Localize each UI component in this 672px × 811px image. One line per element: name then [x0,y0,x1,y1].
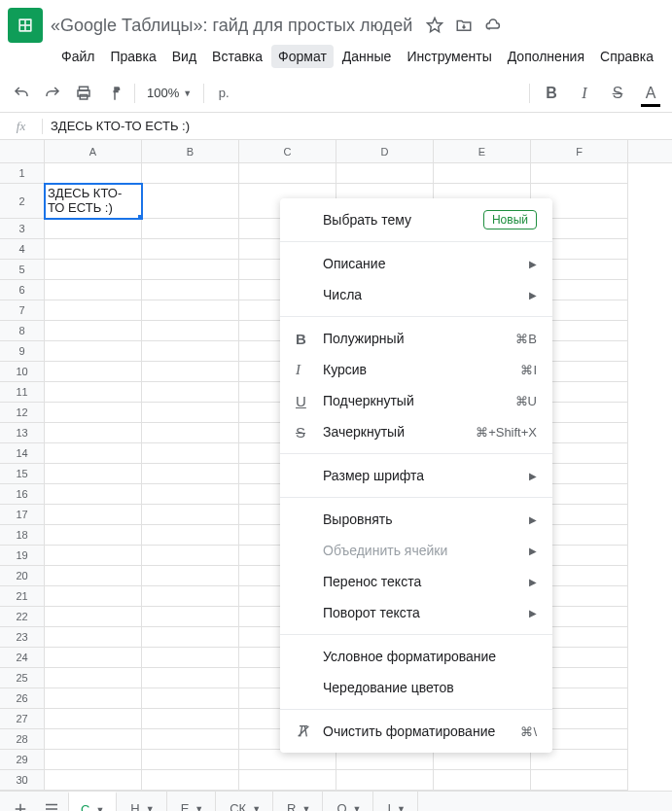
column-header[interactable]: F [531,140,628,162]
cell[interactable] [45,163,142,184]
row-header[interactable]: 21 [0,586,44,607]
cell[interactable] [142,770,239,791]
cell[interactable] [142,260,239,280]
cell[interactable] [434,750,531,770]
row-header[interactable]: 10 [0,362,44,382]
cell[interactable] [45,321,142,341]
paint-format-icon[interactable] [103,82,126,105]
cell[interactable] [45,566,142,586]
row-header[interactable]: 17 [0,505,44,525]
row-header[interactable]: 19 [0,546,44,566]
sheet-tab[interactable]: Е▼ [169,792,217,812]
menu-item-clear-format[interactable]: Очистить форматирование⌘\ [280,716,552,747]
row-header[interactable]: 2 [0,184,44,219]
row-header[interactable]: 24 [0,648,44,668]
row-header[interactable]: 16 [0,484,44,505]
redo-icon[interactable] [41,82,64,105]
menu-item-underline[interactable]: UПодчеркнутый⌘U [280,385,552,416]
menu-item-wrap[interactable]: Перенос текста▶ [280,566,552,597]
cell[interactable] [45,688,142,709]
row-header[interactable]: 9 [0,341,44,362]
menu-edit[interactable]: Правка [103,45,162,68]
cell[interactable]: ЗДЕСЬ КТО-ТО ЕСТЬ :) [45,184,142,219]
cell[interactable] [142,423,239,443]
row-header[interactable]: 7 [0,300,44,321]
column-header[interactable]: D [336,140,434,162]
cell[interactable] [336,750,434,770]
cell[interactable] [239,750,336,770]
italic-button[interactable]: I [573,82,596,105]
cell[interactable] [45,260,142,280]
row-header[interactable]: 15 [0,464,44,484]
row-header[interactable]: 14 [0,443,44,464]
cell[interactable] [142,607,239,627]
row-header[interactable]: 6 [0,280,44,300]
menu-item-align[interactable]: Выровнять▶ [280,504,552,535]
cell[interactable] [45,586,142,607]
menu-item-numbers[interactable]: Числа▶ [280,279,552,310]
cell[interactable] [142,586,239,607]
cell[interactable] [142,566,239,586]
cell[interactable] [531,770,628,791]
cell[interactable] [142,525,239,546]
cell[interactable] [142,239,239,260]
cell[interactable] [45,464,142,484]
cell[interactable] [142,184,239,219]
row-header[interactable]: 5 [0,260,44,280]
cell[interactable] [142,219,239,239]
row-header[interactable]: 27 [0,709,44,729]
menu-insert[interactable]: Вставка [205,45,269,68]
row-header[interactable]: 28 [0,729,44,750]
cell[interactable] [142,443,239,464]
cell[interactable] [142,750,239,770]
cell[interactable] [142,382,239,403]
column-header[interactable]: B [142,140,239,162]
cell[interactable] [142,300,239,321]
row-header[interactable]: 3 [0,219,44,239]
sheets-logo[interactable] [8,8,43,43]
text-color-button[interactable]: A [639,82,662,105]
row-header[interactable]: 12 [0,403,44,423]
undo-icon[interactable] [10,82,33,105]
row-header[interactable]: 8 [0,321,44,341]
move-folder-icon[interactable] [455,17,473,34]
formula-input[interactable]: ЗДЕСЬ КТО-ТО ЕСТЬ :) [43,119,672,133]
sheet-tab[interactable]: С▼ [68,792,117,812]
sheet-tab[interactable]: R▼ [275,792,323,812]
star-icon[interactable] [426,17,443,34]
all-sheets-button[interactable] [37,794,66,812]
column-header[interactable]: E [434,140,531,162]
menu-item-font-size[interactable]: Размер шрифта▶ [280,460,552,491]
cell[interactable] [142,505,239,525]
cell[interactable] [142,163,239,184]
select-all-corner[interactable] [0,140,45,162]
cell[interactable] [45,750,142,770]
menu-item-strike[interactable]: SЗачеркнутый⌘+Shift+X [280,416,552,447]
menu-item-theme[interactable]: Выбрать тему Новый [280,204,552,235]
menu-format[interactable]: Формат [271,45,334,68]
cell[interactable] [45,648,142,668]
row-header[interactable]: 1 [0,163,44,184]
cell[interactable] [142,464,239,484]
menu-tools[interactable]: Инструменты [400,45,498,68]
row-header[interactable]: 30 [0,770,44,791]
cell[interactable] [434,163,531,184]
add-sheet-button[interactable] [6,794,35,812]
menu-addons[interactable]: Дополнения [501,45,591,68]
menu-view[interactable]: Вид [165,45,203,68]
cell[interactable] [142,484,239,505]
sheet-tab[interactable]: I▼ [375,792,418,812]
print-icon[interactable] [72,82,95,105]
cell[interactable] [45,627,142,648]
sheet-tab[interactable]: СК▼ [218,792,273,812]
sheet-tab[interactable]: Н▼ [119,792,166,812]
cell[interactable] [45,382,142,403]
menu-item-alternating[interactable]: Чередование цветов [280,672,552,703]
sheet-tab[interactable]: О▼ [325,792,373,812]
cell[interactable] [45,505,142,525]
cell[interactable] [142,709,239,729]
menu-item-italic[interactable]: IКурсив⌘I [280,354,552,385]
cell[interactable] [239,163,336,184]
menu-item-bold[interactable]: BПолужирный⌘B [280,323,552,354]
column-header[interactable]: A [45,140,142,162]
